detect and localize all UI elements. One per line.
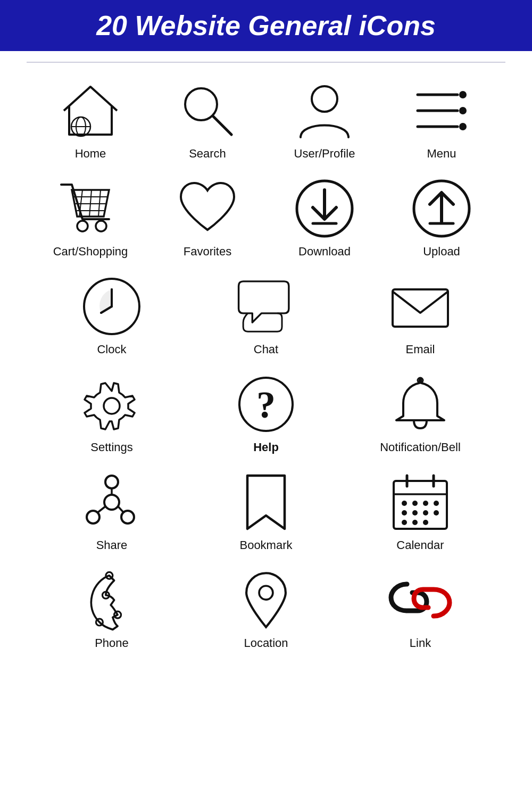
svg-point-50 [412, 501, 418, 506]
link-icon [388, 568, 452, 632]
svg-line-41 [98, 506, 105, 512]
download-icon [293, 177, 356, 240]
user-profile-icon [293, 79, 356, 143]
icon-item-chat: Chat [189, 275, 343, 356]
icon-item-download: Download [266, 177, 383, 259]
upload-icon [410, 177, 473, 240]
location-icon [234, 568, 298, 632]
icon-row-1: Home Search User/Profile [13, 68, 519, 166]
share-icon [80, 470, 144, 534]
chat-icon [234, 275, 298, 338]
menu-label: Menu [427, 147, 456, 161]
share-label: Share [96, 538, 128, 552]
clock-label: Clock [97, 343, 126, 356]
svg-point-53 [402, 510, 407, 516]
calendar-label: Calendar [396, 538, 444, 552]
icon-item-user-profile: User/Profile [266, 79, 383, 161]
favorites-icon [176, 177, 239, 240]
email-label: Email [405, 343, 435, 356]
home-icon [59, 79, 122, 143]
svg-point-57 [402, 520, 407, 525]
icon-item-email: Email [343, 275, 497, 356]
user-profile-label: User/Profile [294, 147, 355, 161]
svg-point-19 [77, 221, 88, 231]
icon-row-2: Cart/Shopping Favorites Download [13, 166, 519, 264]
svg-point-38 [87, 511, 99, 523]
icon-item-settings: Settings [35, 372, 189, 454]
calendar-icon [388, 470, 452, 534]
svg-point-54 [412, 510, 418, 516]
settings-icon [80, 372, 144, 436]
icon-row-6: Phone Location Link [13, 558, 519, 655]
clock-icon [80, 275, 144, 338]
icon-item-help: ? Help [189, 372, 343, 454]
svg-point-39 [121, 511, 134, 523]
svg-point-40 [105, 476, 118, 488]
search-label: Search [189, 147, 226, 161]
icon-item-calendar: Calendar [343, 470, 497, 552]
chat-label: Chat [254, 343, 278, 356]
icon-item-favorites: Favorites [149, 177, 266, 259]
bookmark-label: Bookmark [239, 538, 292, 552]
cart-icon [59, 177, 122, 240]
svg-text:?: ? [256, 384, 276, 426]
phone-icon [80, 568, 144, 632]
svg-point-37 [104, 495, 119, 510]
notification-bell-label: Notification/Bell [380, 440, 461, 454]
notification-bell-icon [388, 372, 452, 436]
icon-item-share: Share [35, 470, 189, 552]
svg-point-10 [459, 107, 467, 114]
icon-item-clock: Clock [35, 275, 189, 356]
icon-item-menu: Menu [383, 79, 500, 161]
search-icon [176, 79, 239, 143]
svg-point-64 [259, 586, 273, 600]
icon-item-cart: Cart/Shopping [32, 177, 149, 259]
icon-item-phone: Phone [35, 568, 189, 650]
svg-point-59 [423, 520, 428, 525]
svg-line-5 [213, 116, 231, 135]
icon-row-5: Share Bookmark [13, 460, 519, 558]
settings-label: Settings [90, 440, 133, 454]
svg-point-33 [104, 398, 120, 414]
icon-item-location: Location [189, 568, 343, 650]
favorites-label: Favorites [184, 245, 231, 259]
title-bar: 20 Website General iCons [0, 0, 532, 51]
icon-row-4: Settings ? Help Notification/Bell [13, 362, 519, 460]
page-title: 20 Website General iCons [11, 10, 521, 41]
help-label: Help [253, 440, 279, 454]
home-label: Home [75, 147, 106, 161]
icon-item-bookmark: Bookmark [189, 470, 343, 552]
email-icon [388, 275, 452, 338]
svg-rect-45 [394, 481, 447, 529]
divider [27, 62, 505, 63]
cart-label: Cart/Shopping [53, 245, 128, 259]
upload-label: Upload [423, 245, 460, 259]
svg-point-51 [423, 501, 428, 506]
svg-point-49 [402, 501, 407, 506]
download-label: Download [298, 245, 351, 259]
svg-line-42 [118, 506, 123, 512]
icon-item-search: Search [149, 79, 266, 161]
location-label: Location [244, 636, 288, 650]
icon-item-home: Home [32, 79, 149, 161]
svg-point-55 [423, 510, 428, 516]
icon-item-notification-bell: Notification/Bell [343, 372, 497, 454]
svg-point-56 [434, 510, 439, 516]
help-icon: ? [234, 372, 298, 436]
phone-label: Phone [95, 636, 129, 650]
svg-point-8 [459, 91, 467, 98]
icons-grid: Home Search User/Profile [13, 68, 519, 655]
svg-point-58 [412, 520, 418, 525]
svg-point-12 [459, 123, 467, 130]
icon-row-3: Clock Chat Email [13, 264, 519, 362]
icon-item-link: Link [343, 568, 497, 650]
svg-point-52 [434, 501, 439, 506]
icon-item-upload: Upload [383, 177, 500, 259]
menu-icon [410, 79, 473, 143]
svg-point-6 [312, 86, 337, 112]
svg-rect-32 [393, 289, 448, 327]
bookmark-icon [234, 470, 298, 534]
link-label: Link [410, 636, 431, 650]
svg-point-20 [96, 221, 106, 231]
